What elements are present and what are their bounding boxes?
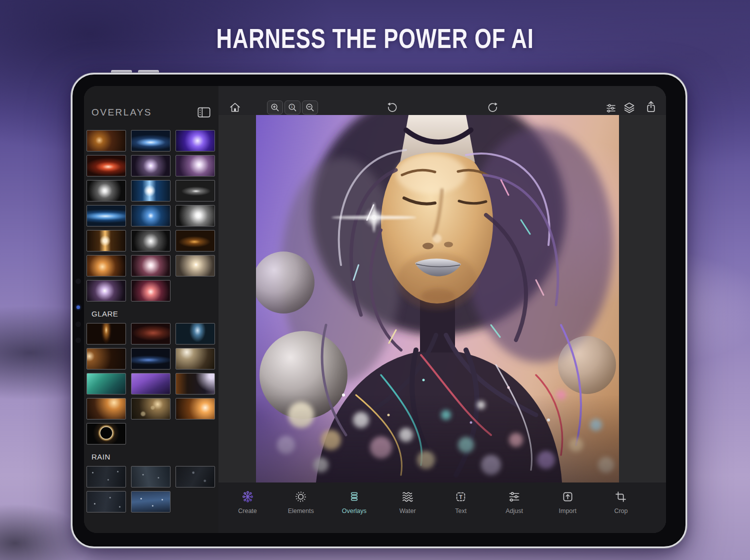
layers-icon [622,101,636,114]
thumb-rain-speckle[interactable] [86,491,126,512]
sidebar-title: OVERLAYS [92,107,152,118]
page-title: HARNESS THE POWER OF AI [0,22,750,54]
editor-main-area: 1 [218,86,666,533]
thumb-rain-streaks[interactable] [131,466,170,488]
overlays-stack-icon [348,490,361,504]
tool-label: Elements [288,508,314,514]
thumb-pale-corner-glow[interactable] [176,348,215,370]
sliders-icon [508,490,521,504]
undo-icon [386,102,398,114]
crop-icon [614,490,628,504]
waves-icon [401,490,414,504]
thumb-wide-blue-flare[interactable] [86,205,126,226]
redo-button[interactable] [486,102,499,114]
zoom-out-icon [305,102,315,112]
glare-thumbnail-grid [84,323,218,444]
zoom-actual-size-button[interactable]: 1 [284,100,300,114]
front-camera-icon [76,322,81,327]
thumb-violet-mist[interactable] [131,373,170,394]
tool-import[interactable]: Import [552,490,584,533]
tool-create[interactable]: Create [232,490,264,533]
section-label-glare: GLARE [84,302,218,323]
camera-indicator-icon [76,306,80,309]
tool-crop[interactable]: Crop [605,490,637,533]
thumb-violet-flare[interactable] [176,130,215,152]
thumb-rain-speckle-dark[interactable] [86,466,126,488]
tool-text[interactable]: T Text [445,490,477,533]
undo-button[interactable] [386,102,398,114]
tool-adjust[interactable]: Adjust [498,490,530,533]
svg-text:1: 1 [291,104,293,109]
tool-elements[interactable]: Elements [285,490,317,533]
sidebar-overlays-panel: OVERLAYS GLARE [84,86,218,533]
thumb-starburst-purple[interactable] [176,155,215,176]
tool-label: Water [400,508,416,514]
zoom-controls: 1 [267,100,318,114]
thumb-orange-blaze[interactable] [176,398,215,420]
tablet-screen: OVERLAYS GLARE [84,86,666,533]
thumb-rain-speckle-blue[interactable] [131,491,170,512]
thumb-amber-pillar[interactable] [86,323,126,344]
share-button[interactable] [644,100,658,114]
import-icon [561,490,574,504]
bottom-toolbar: Create Elements [218,482,666,533]
page: { "headline": "HARNESS THE POWER OF AI",… [0,0,750,560]
tool-label: Adjust [506,508,523,514]
thumb-teal-mist[interactable] [86,373,126,394]
thumb-eclipse-ring[interactable] [86,423,126,444]
tool-label: Import [559,508,576,514]
front-camera-icon [76,338,81,343]
thumb-amber-corner-flare[interactable] [86,398,126,420]
tool-water[interactable]: Water [392,490,424,533]
rain-thumbnail-grid [84,466,218,512]
thumb-blue-pillar[interactable] [176,323,215,344]
thumb-violet-glow-star[interactable] [86,280,126,302]
sidebar-toggle-button[interactable] [198,107,210,118]
thumb-star-on-tan[interactable] [176,255,215,276]
tool-label: Text [455,508,466,514]
tool-label: Crop [614,508,628,514]
home-button[interactable] [228,101,242,114]
thumb-soft-white-star[interactable] [131,155,170,176]
share-icon [644,100,658,114]
thumb-blue-horizontal-flare[interactable] [131,130,170,152]
thumb-blue-core-flare[interactable] [131,205,170,226]
thumb-white-star[interactable] [131,230,170,252]
overlays-thumbnail-grid [84,130,218,302]
thumb-dusk-horizon[interactable] [176,373,215,394]
thumb-bright-white-starburst[interactable] [176,205,215,226]
zoom-in-button[interactable] [267,100,283,114]
adjustments-icon [605,102,617,114]
section-label-rain: RAIN [84,444,218,466]
cyborg-portrait-art [256,115,619,482]
top-toolbar: 1 [218,86,666,115]
thumb-amber-vertical-beams[interactable] [86,230,126,252]
svg-text:T: T [460,494,463,500]
thumb-amber-glow[interactable] [176,230,215,252]
thumb-white-starburst[interactable] [86,180,126,202]
front-camera-icon [76,278,81,284]
ai-create-icon [241,490,254,504]
thumb-dim-silver-flare[interactable] [176,180,215,202]
tool-overlays[interactable]: Overlays [338,490,370,533]
adjustments-button[interactable] [605,102,617,114]
redo-icon [486,102,499,114]
thumb-rose-starburst[interactable] [131,255,170,276]
layers-button[interactable] [622,101,636,114]
thumb-pink-starburst[interactable] [131,280,170,302]
canvas-image[interactable] [256,115,619,482]
thumb-blue-streak[interactable] [131,348,170,370]
thumb-ember-left-glow[interactable] [86,348,126,370]
thumb-orange-flare[interactable] [86,255,126,276]
panel-toggle-icon [198,107,210,118]
thumb-blue-vertical-beams[interactable] [131,180,170,202]
thumb-red-flare[interactable] [86,155,126,176]
zoom-actual-icon: 1 [288,102,298,112]
thumb-warm-orange-glow[interactable] [86,130,126,152]
thumb-rain-bokeh-dark[interactable] [176,466,215,488]
sidebar-header: OVERLAYS [84,86,218,118]
tool-label: Create [238,508,257,514]
thumb-crimson-wisp[interactable] [131,323,170,344]
thumb-gold-bokeh[interactable] [131,398,170,420]
zoom-out-button[interactable] [302,100,318,114]
